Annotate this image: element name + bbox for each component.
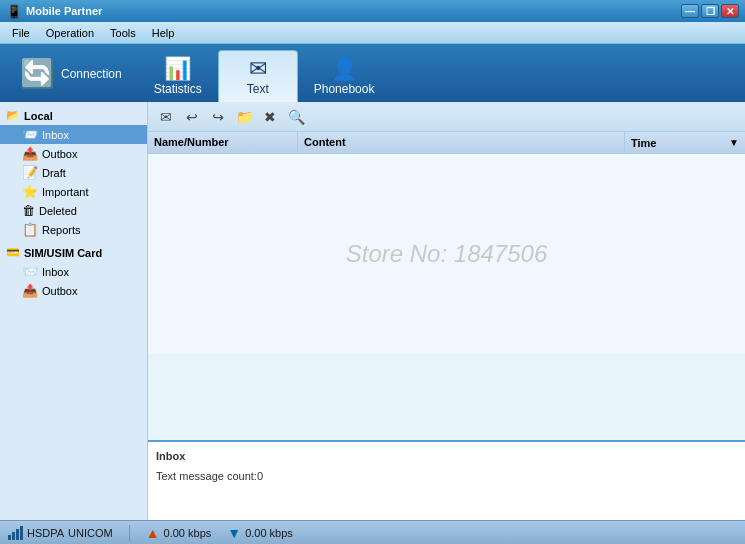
network-type: HSDPA bbox=[27, 527, 64, 539]
inbox-sim-label: Inbox bbox=[42, 266, 69, 278]
app-icon: 📱 bbox=[6, 4, 22, 19]
deleted-label: Deleted bbox=[39, 205, 77, 217]
reports-icon: 📋 bbox=[22, 222, 38, 237]
menu-operation[interactable]: Operation bbox=[38, 25, 102, 41]
message-preview: Inbox Text message count:0 bbox=[148, 440, 745, 520]
important-icon: ⭐ bbox=[22, 184, 38, 199]
close-button[interactable]: ✕ bbox=[721, 4, 739, 18]
toolbar: 🔄 Connection 📊 Statistics ✉ Text 👤 Phone… bbox=[0, 44, 745, 102]
outbox-icon: 📤 bbox=[22, 146, 38, 161]
menu-help[interactable]: Help bbox=[144, 25, 183, 41]
sidebar-item-draft[interactable]: 📝 Draft bbox=[0, 163, 147, 182]
outbox-local-label: Outbox bbox=[42, 148, 77, 160]
sidebar: 📂 Local 📨 Inbox 📤 Outbox 📝 Draft ⭐ Impor… bbox=[0, 102, 148, 520]
content-toolbar: ✉ ↩ ↩ 📁 ✖ 🔍 bbox=[148, 102, 745, 132]
col-content: Content bbox=[298, 132, 625, 153]
move-button[interactable]: 📁 bbox=[232, 106, 256, 128]
tab-statistics-label: Statistics bbox=[154, 82, 202, 96]
sidebar-item-reports[interactable]: 📋 Reports bbox=[0, 220, 147, 239]
main-content: 📂 Local 📨 Inbox 📤 Outbox 📝 Draft ⭐ Impor… bbox=[0, 102, 745, 520]
title-controls: — ❐ ✕ bbox=[681, 4, 739, 18]
tab-text-label: Text bbox=[247, 82, 269, 96]
group-local-label: Local bbox=[24, 110, 53, 122]
sidebar-item-inbox-sim[interactable]: 📨 Inbox bbox=[0, 262, 147, 281]
tab-text[interactable]: ✉ Text bbox=[218, 50, 298, 102]
title-bar: 📱 Mobile Partner — ❐ ✕ bbox=[0, 0, 745, 22]
menu-tools[interactable]: Tools bbox=[102, 25, 144, 41]
new-message-button[interactable]: ✉ bbox=[154, 106, 178, 128]
table-header: Name/Number Content Time ▼ bbox=[148, 132, 745, 154]
sidebar-item-deleted[interactable]: 🗑 Deleted bbox=[0, 201, 147, 220]
tab-connection[interactable]: 🔄 Connection bbox=[4, 50, 138, 102]
bar2 bbox=[12, 532, 15, 540]
download-icon: ▼ bbox=[227, 525, 241, 541]
table-body: Store No: 1847506 bbox=[148, 154, 745, 354]
bar3 bbox=[16, 529, 19, 540]
col-name: Name/Number bbox=[148, 132, 298, 153]
table-container: Name/Number Content Time ▼ Store No: 184… bbox=[148, 132, 745, 440]
col-time: Time ▼ bbox=[625, 132, 745, 153]
draft-label: Draft bbox=[42, 167, 66, 179]
store-watermark: Store No: 1847506 bbox=[346, 240, 547, 268]
status-divider1 bbox=[129, 525, 130, 541]
draft-icon: 📝 bbox=[22, 165, 38, 180]
bar1 bbox=[8, 535, 11, 540]
group-sim[interactable]: 💳 SIM/USIM Card bbox=[0, 243, 147, 262]
outbox-sim-label: Outbox bbox=[42, 285, 77, 297]
upload-speed: ▲ 0.00 kbps bbox=[146, 525, 212, 541]
upload-icon: ▲ bbox=[146, 525, 160, 541]
text-icon: ✉ bbox=[249, 58, 267, 80]
message-table: Name/Number Content Time ▼ Store No: 184… bbox=[148, 132, 745, 354]
bar4 bbox=[20, 526, 23, 540]
local-folder-icon: 📂 bbox=[6, 109, 20, 122]
deleted-icon: 🗑 bbox=[22, 203, 35, 218]
tab-connection-label: Connection bbox=[61, 67, 122, 81]
preview-detail: Text message count:0 bbox=[156, 468, 737, 486]
content-panel: ✉ ↩ ↩ 📁 ✖ 🔍 Name/Number Content Time ▼ S… bbox=[148, 102, 745, 520]
menu-file[interactable]: File bbox=[4, 25, 38, 41]
signal-bars bbox=[8, 526, 23, 540]
sidebar-item-outbox-sim[interactable]: 📤 Outbox bbox=[0, 281, 147, 300]
status-bar: HSDPA UNICOM ▲ 0.00 kbps ▼ 0.00 kbps bbox=[0, 520, 745, 544]
forward-button[interactable]: ↩ bbox=[206, 106, 230, 128]
tab-phonebook-label: Phonebook bbox=[314, 82, 375, 96]
sim-folder-icon: 💳 bbox=[6, 246, 20, 259]
delete-button[interactable]: ✖ bbox=[258, 106, 282, 128]
restore-button[interactable]: ❐ bbox=[701, 4, 719, 18]
upload-value: 0.00 kbps bbox=[164, 527, 212, 539]
carrier-name: UNICOM bbox=[68, 527, 113, 539]
group-sim-label: SIM/USIM Card bbox=[24, 247, 102, 259]
signal-indicator: HSDPA UNICOM bbox=[8, 526, 113, 540]
sidebar-item-outbox-local[interactable]: 📤 Outbox bbox=[0, 144, 147, 163]
inbox-icon: 📨 bbox=[22, 127, 38, 142]
outbox-sim-icon: 📤 bbox=[22, 283, 38, 298]
download-value: 0.00 kbps bbox=[245, 527, 293, 539]
important-label: Important bbox=[42, 186, 88, 198]
phonebook-icon: 👤 bbox=[331, 58, 358, 80]
menu-bar: File Operation Tools Help bbox=[0, 22, 745, 44]
search-button[interactable]: 🔍 bbox=[284, 106, 308, 128]
minimize-button[interactable]: — bbox=[681, 4, 699, 18]
reply-button[interactable]: ↩ bbox=[180, 106, 204, 128]
preview-title: Inbox bbox=[156, 448, 737, 466]
reports-label: Reports bbox=[42, 224, 81, 236]
sort-icon[interactable]: ▼ bbox=[729, 137, 739, 148]
tab-phonebook[interactable]: 👤 Phonebook bbox=[298, 50, 391, 102]
inbox-sim-icon: 📨 bbox=[22, 264, 38, 279]
sidebar-item-important[interactable]: ⭐ Important bbox=[0, 182, 147, 201]
tab-statistics[interactable]: 📊 Statistics bbox=[138, 50, 218, 102]
sidebar-item-inbox-local[interactable]: 📨 Inbox bbox=[0, 125, 147, 144]
statistics-icon: 📊 bbox=[164, 58, 191, 80]
app-title: Mobile Partner bbox=[26, 5, 102, 17]
inbox-local-label: Inbox bbox=[42, 129, 69, 141]
download-speed: ▼ 0.00 kbps bbox=[227, 525, 293, 541]
group-local[interactable]: 📂 Local bbox=[0, 106, 147, 125]
connection-icon: 🔄 bbox=[20, 60, 55, 88]
